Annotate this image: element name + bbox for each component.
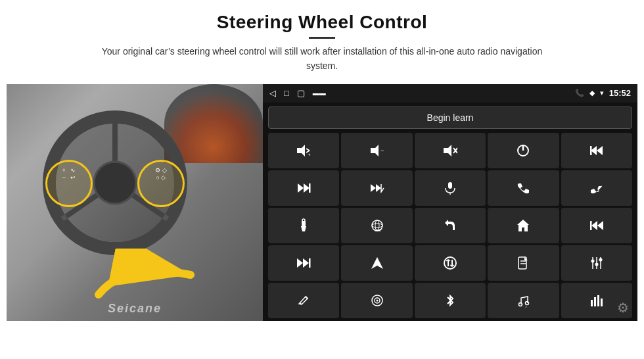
vol-up-button[interactable]: + — [268, 133, 339, 168]
svg-rect-60 — [591, 300, 593, 306]
settings-gear-icon[interactable]: ⚙ — [614, 299, 632, 317]
svg-marker-35 — [517, 220, 529, 231]
signal-indicator: ▬▬ — [313, 89, 326, 97]
recent-nav-icon[interactable]: ▢ — [297, 88, 305, 98]
svg-line-53 — [306, 297, 308, 299]
svg-text:+: + — [308, 152, 311, 158]
svg-line-8 — [306, 149, 310, 151]
flashlight-button[interactable] — [268, 208, 339, 243]
svg-text:360°: 360° — [375, 228, 383, 232]
svg-point-56 — [376, 299, 378, 301]
vol-down-button[interactable]: − — [341, 133, 412, 168]
svg-marker-36 — [597, 221, 603, 230]
power-button[interactable] — [488, 133, 559, 168]
fast-fwd-button[interactable] — [268, 245, 339, 281]
brand-watermark: Seicane — [108, 302, 162, 316]
back-button[interactable] — [415, 208, 486, 243]
svg-point-43 — [444, 257, 456, 269]
svg-marker-40 — [303, 258, 309, 268]
back-nav-icon[interactable]: ◁ — [269, 88, 276, 98]
svg-point-30 — [302, 219, 305, 222]
status-time: 15:52 — [609, 88, 631, 98]
svg-marker-39 — [297, 258, 303, 268]
svg-rect-62 — [597, 295, 599, 306]
svg-point-52 — [599, 258, 602, 261]
seek-fwd-button[interactable] — [341, 170, 412, 206]
svg-point-32 — [372, 224, 382, 227]
svg-rect-61 — [594, 297, 596, 306]
content-area: + ∿ – ↩ ⚙ ◇ ○ ◇ — [7, 84, 637, 321]
phone-status-icon: 📞 — [575, 89, 584, 97]
svg-point-51 — [595, 262, 598, 266]
record-button[interactable] — [341, 283, 412, 318]
call-button[interactable] — [488, 170, 559, 206]
svg-marker-29 — [301, 226, 306, 231]
page-subtitle: Your original car’s steering wheel contr… — [85, 44, 559, 74]
skip-back-button[interactable] — [561, 208, 632, 243]
svg-marker-25 — [376, 184, 381, 192]
gps-status-icon: ▾ — [600, 89, 604, 97]
home-nav-icon[interactable]: □ — [284, 88, 289, 98]
svg-rect-63 — [601, 299, 603, 306]
left-control-circle: + ∿ – ↩ — [45, 160, 93, 207]
svg-marker-11 — [371, 145, 379, 156]
status-bar: ◁ □ ▢ ▬▬ 📞 ◆ ▾ 15:52 — [263, 84, 637, 103]
car-background: + ∿ – ↩ ⚙ ◇ ○ ◇ — [7, 84, 263, 321]
title-divider — [309, 37, 335, 39]
page-title: Steering Wheel Control — [85, 12, 559, 33]
svg-point-50 — [591, 259, 594, 262]
home-button[interactable] — [488, 208, 559, 243]
svg-text:♪: ♪ — [525, 304, 527, 308]
hang-up-button[interactable] — [561, 170, 632, 206]
file-button[interactable] — [488, 245, 559, 281]
controls-grid: + − — [263, 133, 637, 321]
arrow-indicator — [85, 249, 217, 308]
title-section: Steering Wheel Control Your original car… — [85, 12, 559, 74]
wifi-status-icon: ◆ — [589, 89, 595, 97]
prev-track-button[interactable] — [561, 133, 632, 168]
svg-marker-19 — [597, 146, 603, 155]
steering-wheel: + ∿ – ↩ ⚙ ◇ ○ ◇ — [43, 110, 187, 255]
bluetooth-button[interactable] — [415, 283, 486, 318]
android-panel: ◁ □ ▢ ▬▬ 📞 ◆ ▾ 15:52 Begin learn — [263, 84, 637, 321]
car-photo: + ∿ – ↩ ⚙ ◇ ○ ◇ — [7, 84, 263, 321]
svg-marker-13 — [444, 145, 451, 156]
next-button[interactable] — [268, 170, 339, 206]
swap-button[interactable] — [415, 245, 486, 281]
svg-marker-37 — [591, 221, 597, 230]
edit-button[interactable] — [268, 283, 339, 318]
status-bar-right: 📞 ◆ ▾ 15:52 — [575, 88, 631, 98]
eq-settings-button[interactable] — [561, 245, 632, 281]
music-button[interactable]: ♪ — [488, 283, 559, 318]
svg-rect-38 — [590, 221, 592, 230]
begin-learn-button[interactable]: Begin learn — [268, 107, 632, 129]
svg-marker-24 — [371, 184, 376, 192]
mute-button[interactable] — [415, 133, 486, 168]
navigate-button[interactable] — [341, 245, 412, 281]
svg-rect-20 — [590, 146, 592, 155]
mic-button[interactable] — [415, 170, 486, 206]
view-360-button[interactable]: 360° — [341, 208, 412, 243]
svg-marker-7 — [297, 145, 305, 156]
right-control-circle: ⚙ ◇ ○ ◇ — [137, 160, 185, 207]
svg-rect-41 — [309, 258, 311, 268]
status-bar-left: ◁ □ ▢ ▬▬ — [269, 88, 326, 98]
svg-marker-21 — [298, 183, 304, 193]
page-container: Steering Wheel Control Your original car… — [0, 0, 644, 359]
svg-point-57 — [519, 302, 522, 306]
svg-text:−: − — [380, 147, 384, 154]
svg-rect-23 — [309, 183, 311, 193]
svg-rect-26 — [448, 182, 452, 189]
svg-marker-22 — [304, 183, 310, 193]
svg-marker-42 — [371, 257, 383, 269]
